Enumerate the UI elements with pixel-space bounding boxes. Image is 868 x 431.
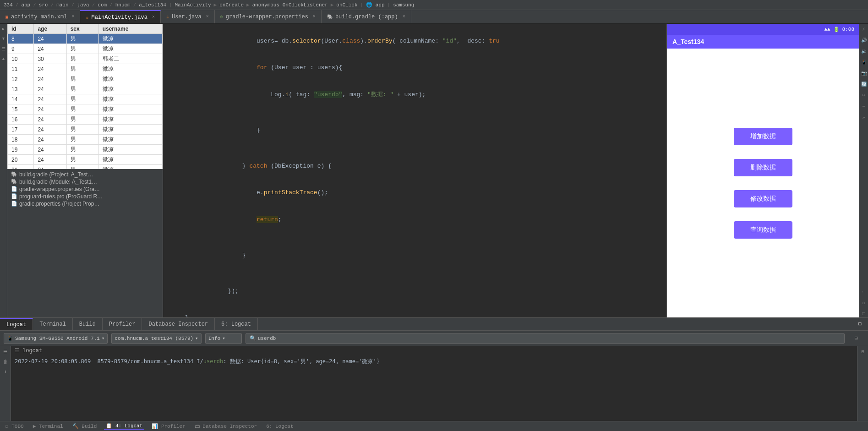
device-selector-label: Samsung SM-G9550 Android 7.1 <box>15 336 100 341</box>
sidebar-icon-1[interactable]: ▶ <box>0 26 7 32</box>
chevron-down-icon: ▾ <box>102 335 105 341</box>
file-gradle-wrapper[interactable]: 📄 gradle-wrapper.properties (Gra… <box>7 185 163 193</box>
log-entry-1: 2022-07-19 20:08:05.869 8579-8579/com.hn… <box>15 357 853 366</box>
tab-gradle-wrapper-close[interactable]: × <box>313 14 316 19</box>
table-row[interactable]: 2024男微凉 <box>8 155 163 165</box>
logcat-icon-3[interactable]: ⬇ <box>2 368 9 376</box>
left-sidebar: ▶ ▼ ☰ ▲ <box>0 24 7 317</box>
file-gradle-properties[interactable]: 📄 gradle.properties (Project Prop… <box>7 200 163 207</box>
footer-tab-profiler[interactable]: 📊 Profiler <box>150 423 187 429</box>
logcat-label: logcat <box>22 348 42 354</box>
package-selector[interactable]: com.hnucm.a_test134 (8579) ▾ <box>111 333 201 344</box>
code-line-13: }); <box>163 278 666 305</box>
rt-icon-8[interactable]: ⋯ <box>860 103 868 110</box>
table-row[interactable]: 1924男微凉 <box>8 145 163 155</box>
tab-gradle-wrapper-label: gradle-wrapper.properties <box>226 14 308 20</box>
table-row[interactable]: 1324男微凉 <box>8 84 163 94</box>
table-row[interactable]: 1124男微凉 <box>8 64 163 74</box>
rt-icon-back[interactable]: ← <box>860 288 868 295</box>
rt-icon-2[interactable]: 🔊 <box>860 37 868 44</box>
footer-tab-logcat[interactable]: 📋 4: Logcat <box>104 423 144 430</box>
footer-tab-6[interactable]: 6: Logcat <box>264 424 295 429</box>
device-selector[interactable]: 📱 Samsung SM-G9550 Android 7.1 ▾ <box>4 333 108 344</box>
table-row[interactable]: 1030男韩老二 <box>8 54 163 64</box>
logcat-header: ☰ logcat <box>11 346 857 355</box>
table-row[interactable]: 2124男微凉 <box>8 165 163 169</box>
code-line-8: e.printStackTrace(); <box>163 180 666 207</box>
tab-gradle-wrapper[interactable]: ⚙ gradle-wrapper.properties × <box>215 10 322 23</box>
tab-xml-close[interactable]: × <box>71 14 74 19</box>
rt-icon-home[interactable]: ⌂ <box>860 299 868 306</box>
java-icon-2: ☕ <box>166 14 169 20</box>
wifi-icon: ▲▲ <box>824 27 830 32</box>
rt-icon-1[interactable]: ⚡ <box>860 26 868 33</box>
file-build-gradle-project[interactable]: 🐘 build.gradle (Project: A_Test… <box>7 171 163 178</box>
tab-build-gradle[interactable]: 🐘 build.gradle (:app) × <box>322 10 411 23</box>
database-table[interactable]: id age sex username 824男微凉924男微凉1030男韩老二… <box>7 24 163 169</box>
add-data-button[interactable]: 增加数据 <box>734 128 792 145</box>
tab-user-java[interactable]: ☕ User.java × <box>161 10 215 23</box>
logcat-icon-2[interactable]: 🗑 <box>2 358 9 366</box>
file-build-gradle-module[interactable]: 🐘 build.gradle (Module: A_Test1… <box>7 178 163 185</box>
rt-icon-5[interactable]: 📷 <box>860 70 868 77</box>
bottom-footer: ☑ TODO ▶ Terminal 🔨 Build 📋 4: Logcat 📊 … <box>0 421 868 431</box>
footer-tab-build[interactable]: 🔨 Build <box>71 423 99 429</box>
table-row[interactable]: 1624男微凉 <box>8 115 163 125</box>
logcat-right-icon-1[interactable]: ⊟ <box>859 348 867 355</box>
code-line-3: Log.i( tag: "userdb", msg: "数据: " + user… <box>163 81 666 108</box>
log-level-selector[interactable]: Info ▾ <box>205 333 242 344</box>
rt-icon-3[interactable]: 🔉 <box>860 48 868 55</box>
table-row[interactable]: 1724男微凉 <box>8 125 163 135</box>
tab-user-close[interactable]: × <box>206 14 209 19</box>
device-status-bar: ▲▲ 🔋 8:08 <box>667 24 859 35</box>
tab-terminal[interactable]: Terminal <box>33 318 73 330</box>
device-title: A_Test134 <box>672 38 704 45</box>
tab-build-gradle-close[interactable]: × <box>403 14 405 19</box>
expand-logcat[interactable]: ⊟ <box>848 335 864 342</box>
gradle-file-icon-2: 🐘 <box>11 179 17 185</box>
rt-icon-recent[interactable]: □ <box>860 310 868 317</box>
tab-main-java[interactable]: ☕ MainActivity.java × <box>80 10 160 23</box>
tab-user-label: User.java <box>172 14 202 20</box>
rt-icon-9[interactable]: ↗ <box>860 114 868 121</box>
table-row[interactable]: 824男微凉 <box>8 34 163 44</box>
prop-icon: ⚙ <box>220 14 223 20</box>
rt-icon-6[interactable]: 🔄 <box>860 81 868 88</box>
tab-logcat[interactable]: Logcat <box>0 318 33 330</box>
query-data-button[interactable]: 查询数据 <box>734 221 792 239</box>
tab-build[interactable]: Build <box>73 318 103 330</box>
table-row[interactable]: 1224男微凉 <box>8 74 163 84</box>
xml-icon: ▣ <box>5 14 8 20</box>
tab-db-inspector[interactable]: Database Inspector <box>142 318 215 330</box>
sidebar-icon-4[interactable]: ▲ <box>0 56 7 62</box>
code-editor[interactable]: users= db.selector(User.class).orderBy( … <box>163 24 666 317</box>
delete-data-button[interactable]: 删除数据 <box>734 159 792 176</box>
table-row[interactable]: 1424男微凉 <box>8 94 163 104</box>
modify-data-button[interactable]: 修改数据 <box>734 190 792 207</box>
table-row[interactable]: 1524男微凉 <box>8 104 163 115</box>
sidebar-icon-3[interactable]: ☰ <box>0 46 7 52</box>
tab-6-logcat[interactable]: 6: Logcat <box>215 318 258 330</box>
file-proguard[interactable]: 📄 proguard-rules.pro (ProGuard R… <box>7 193 163 200</box>
logcat-search-box[interactable]: 🔍 userdb <box>246 333 845 344</box>
footer-tab-db-inspector[interactable]: 🗃 Database Inspector <box>193 423 259 429</box>
footer-tab-terminal[interactable]: ▶ Terminal <box>31 423 65 429</box>
tab-xml[interactable]: ▣ activity_main.xml × <box>0 10 80 23</box>
log-level-label: Info <box>208 336 220 341</box>
code-line-1: users= db.selector(User.class).orderBy( … <box>163 27 666 55</box>
package-chevron-icon: ▾ <box>195 335 198 341</box>
sidebar-icon-2[interactable]: ▼ <box>0 36 7 42</box>
table-row[interactable]: 924男微凉 <box>8 44 163 54</box>
device-panel: ▲▲ 🔋 8:08 A_Test134 增加数据 删除数据 修改数据 查询数据 <box>666 24 859 317</box>
tab-main-label: MainActivity.java <box>92 14 147 21</box>
rt-icon-7[interactable]: ✂ <box>860 92 868 99</box>
logcat-icon-1[interactable]: ☰ <box>2 348 9 355</box>
logcat-right-bar: ⊟ <box>857 346 868 421</box>
tab-profiler[interactable]: Profiler <box>103 318 142 330</box>
gradle-file-icon: 🐘 <box>11 171 17 177</box>
footer-tab-todo[interactable]: ☑ TODO <box>4 423 26 429</box>
rt-icon-4[interactable]: 📱 <box>860 59 868 66</box>
tab-main-close[interactable]: × <box>152 15 155 20</box>
table-row[interactable]: 1824男微凉 <box>8 135 163 145</box>
collapse-bottom[interactable]: ⊟ <box>852 318 868 330</box>
